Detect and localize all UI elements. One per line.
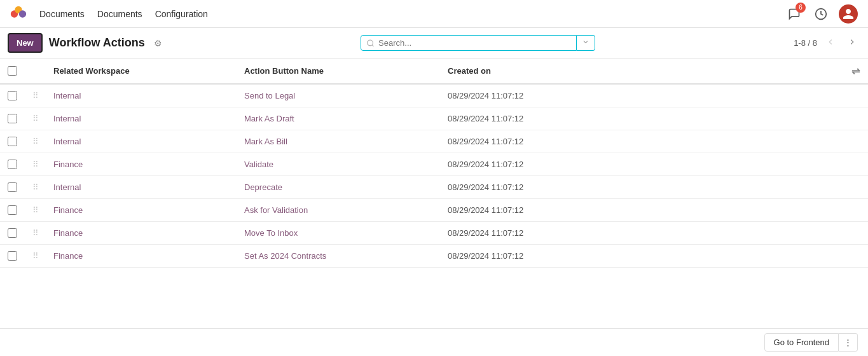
action-link[interactable]: Mark As Draft [244, 114, 294, 123]
row-settings-cell [843, 199, 868, 222]
table-header-row: Related Workspace Action Button Name Cre… [0, 58, 868, 84]
row-drag-handle-cell: ⠿ [25, 107, 46, 130]
drag-handle-icon[interactable]: ⠿ [32, 205, 38, 215]
action-link[interactable]: Send to Legal [244, 91, 295, 100]
row-action: Deprecate [237, 176, 440, 199]
row-action: Move To Inbox [237, 222, 440, 245]
search-dropdown-button[interactable] [577, 35, 595, 51]
row-action: Mark As Bill [237, 130, 440, 153]
gear-icon[interactable]: ⚙ [154, 38, 162, 48]
row-created: 08/29/2024 11:07:12 [440, 153, 843, 176]
table-row: ⠿ Finance Set As 2024 Contracts 08/29/20… [0, 245, 868, 268]
drag-handle-icon[interactable]: ⠿ [32, 114, 38, 123]
workspace-link[interactable]: Internal [53, 91, 81, 100]
drag-handle-icon[interactable]: ⠿ [32, 228, 38, 238]
topnav-configuration[interactable]: Configuration [155, 9, 208, 19]
row-settings-cell [843, 84, 868, 107]
row-checkbox-cell [0, 176, 25, 199]
toolbar: New Workflow Actions ⚙ 1-8 / 8 [0, 28, 868, 58]
action-link[interactable]: Validate [244, 160, 273, 169]
search-bar [361, 35, 595, 51]
clock-icon[interactable] [812, 5, 830, 23]
row-action: Validate [237, 153, 440, 176]
row-checkbox[interactable] [8, 251, 17, 261]
row-workspace: Internal [46, 84, 237, 107]
select-all-checkbox[interactable] [8, 66, 17, 76]
next-page-button[interactable] [844, 36, 860, 50]
topnav-left: Documents Documents Configuration [10, 6, 208, 22]
workspace-link[interactable]: Finance [53, 228, 83, 238]
workspace-link[interactable]: Finance [53, 251, 83, 261]
action-link[interactable]: Deprecate [244, 182, 282, 192]
notifications-icon[interactable]: 6 [785, 5, 803, 23]
row-created: 08/29/2024 11:07:12 [440, 176, 843, 199]
row-created: 08/29/2024 11:07:12 [440, 107, 843, 130]
row-drag-handle-cell: ⠿ [25, 84, 46, 107]
toolbar-left: New Workflow Actions ⚙ [8, 33, 162, 53]
row-drag-handle-cell: ⠿ [25, 153, 46, 176]
drag-handle-icon[interactable]: ⠿ [32, 251, 38, 261]
row-checkbox-cell [0, 199, 25, 222]
page-title: Workflow Actions [49, 36, 145, 50]
row-checkbox[interactable] [8, 228, 17, 238]
column-settings-icon[interactable]: ⇌ [851, 65, 860, 76]
row-created: 08/29/2024 11:07:12 [440, 130, 843, 153]
workspace-link[interactable]: Internal [53, 114, 81, 123]
user-avatar-icon[interactable] [839, 4, 858, 24]
drag-handle-icon[interactable]: ⠿ [32, 160, 38, 169]
svg-point-2 [19, 10, 26, 17]
drag-handle-icon[interactable]: ⠿ [32, 91, 38, 100]
row-checkbox-cell [0, 245, 25, 268]
bottom-bar: Go to Frontend ⋮ [0, 328, 868, 356]
row-workspace: Internal [46, 176, 237, 199]
header-settings-cell: ⇌ [843, 58, 868, 84]
row-checkbox[interactable] [8, 137, 17, 146]
topnav-right: 6 [785, 4, 858, 24]
chevron-down-icon [582, 38, 589, 46]
header-action: Action Button Name [237, 58, 440, 84]
row-workspace: Finance [46, 222, 237, 245]
workspace-link[interactable]: Internal [53, 182, 81, 192]
row-created: 08/29/2024 11:07:12 [440, 199, 843, 222]
workspace-link[interactable]: Finance [53, 205, 83, 215]
row-created: 08/29/2024 11:07:12 [440, 222, 843, 245]
odoo-logo-icon[interactable] [10, 6, 27, 22]
header-workspace: Related Workspace [46, 58, 237, 84]
drag-handle-icon[interactable]: ⠿ [32, 182, 38, 192]
row-drag-handle-cell: ⠿ [25, 176, 46, 199]
pagination-text: 1-8 / 8 [794, 38, 817, 48]
search-input[interactable] [378, 38, 571, 48]
table-row: ⠿ Internal Send to Legal 08/29/2024 11:0… [0, 84, 868, 107]
row-settings-cell [843, 153, 868, 176]
row-workspace: Finance [46, 153, 237, 176]
new-button[interactable]: New [8, 33, 43, 53]
row-settings-cell [843, 222, 868, 245]
more-options-button[interactable]: ⋮ [839, 333, 858, 352]
action-link[interactable]: Set As 2024 Contracts [244, 251, 326, 261]
row-checkbox[interactable] [8, 160, 17, 169]
row-checkbox[interactable] [8, 182, 17, 192]
svg-point-4 [368, 40, 373, 46]
prev-page-button[interactable] [822, 36, 839, 50]
row-checkbox[interactable] [8, 205, 17, 215]
svg-line-5 [372, 44, 373, 46]
workspace-link[interactable]: Internal [53, 137, 81, 146]
topnav-documents1[interactable]: Documents [39, 9, 85, 19]
row-checkbox[interactable] [8, 91, 17, 100]
row-action: Ask for Validation [237, 199, 440, 222]
table-row: ⠿ Internal Mark As Bill 08/29/2024 11:07… [0, 130, 868, 153]
action-link[interactable]: Ask for Validation [244, 205, 308, 215]
action-link[interactable]: Mark As Bill [244, 137, 287, 146]
row-checkbox[interactable] [8, 114, 17, 123]
search-icon [366, 39, 375, 48]
drag-handle-icon[interactable]: ⠿ [32, 137, 38, 146]
table-row: ⠿ Internal Mark As Draft 08/29/2024 11:0… [0, 107, 868, 130]
header-drag-cell [25, 58, 46, 84]
topnav-documents2[interactable]: Documents [97, 9, 142, 19]
row-checkbox-cell [0, 130, 25, 153]
row-drag-handle-cell: ⠿ [25, 245, 46, 268]
workspace-link[interactable]: Finance [53, 160, 83, 169]
go-to-frontend-button[interactable]: Go to Frontend [764, 333, 839, 352]
action-link[interactable]: Move To Inbox [244, 228, 298, 238]
row-checkbox-cell [0, 153, 25, 176]
